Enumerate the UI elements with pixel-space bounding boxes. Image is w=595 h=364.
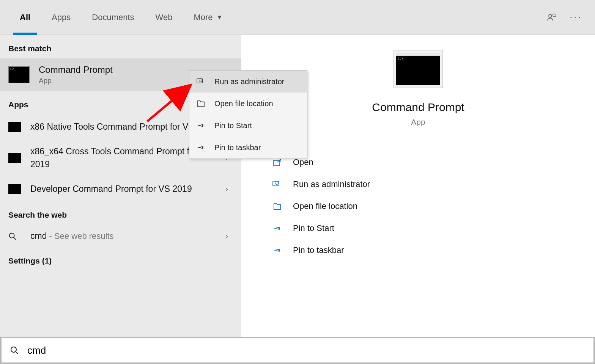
- action-open-file-location[interactable]: Open file location: [272, 195, 595, 217]
- action-pin-taskbar[interactable]: Pin to taskbar: [272, 239, 595, 261]
- ctx-label: Pin to taskbar: [214, 143, 261, 152]
- search-input[interactable]: [27, 345, 585, 356]
- command-prompt-icon: [8, 184, 21, 194]
- svg-point-7: [11, 347, 16, 352]
- svg-line-8: [16, 351, 18, 354]
- shield-icon: [272, 179, 283, 189]
- context-menu: Run as administrator Open file location …: [189, 70, 307, 159]
- ctx-open-file-location[interactable]: Open file location: [189, 93, 307, 115]
- svg-point-4: [9, 233, 14, 238]
- tab-apps[interactable]: Apps: [41, 0, 81, 35]
- feedback-icon[interactable]: [546, 13, 566, 22]
- tab-all[interactable]: All: [9, 0, 41, 35]
- action-label: Open file location: [293, 201, 357, 211]
- pin-icon: [196, 121, 206, 130]
- filter-tabs: All Apps Documents Web More ▼ ···: [0, 0, 595, 35]
- action-open[interactable]: Open: [272, 151, 595, 173]
- action-label: Pin to taskbar: [293, 245, 344, 255]
- action-label: Run as administrator: [293, 179, 370, 189]
- tab-more[interactable]: More ▼: [183, 0, 233, 35]
- web-hint: - See web results: [47, 231, 113, 241]
- tab-more-label: More: [194, 13, 212, 22]
- app-result-label: Developer Command Prompt for VS 2019: [30, 183, 216, 195]
- tab-web[interactable]: Web: [145, 0, 183, 35]
- search-bar: [0, 337, 595, 364]
- pin-icon: [272, 245, 283, 255]
- svg-line-5: [14, 237, 16, 240]
- tab-documents[interactable]: Documents: [81, 0, 145, 35]
- folder-icon: [272, 201, 283, 211]
- command-prompt-icon: [8, 66, 30, 83]
- chevron-right-icon: ›: [225, 184, 233, 194]
- command-prompt-icon: [394, 50, 443, 88]
- chevron-right-icon: ›: [225, 231, 233, 241]
- more-options-icon[interactable]: ···: [566, 11, 586, 23]
- ctx-run-as-admin[interactable]: Run as administrator: [189, 71, 307, 93]
- shield-icon: [196, 77, 206, 86]
- action-run-as-admin[interactable]: Run as administrator: [272, 173, 595, 195]
- app-result[interactable]: Developer Command Prompt for VS 2019 ›: [0, 177, 241, 201]
- detail-subtitle: App: [411, 118, 425, 127]
- section-settings: Settings (1): [0, 247, 241, 271]
- chevron-down-icon: ▼: [217, 14, 223, 21]
- pin-icon: [272, 223, 283, 233]
- search-icon: [8, 232, 21, 240]
- pin-icon: [196, 143, 206, 152]
- section-search-web: Search the web: [0, 201, 241, 225]
- action-pin-start[interactable]: Pin to Start: [272, 217, 595, 239]
- section-best-match: Best match: [0, 35, 241, 58]
- web-term: cmd: [30, 231, 47, 241]
- ctx-pin-start[interactable]: Pin to Start: [189, 115, 307, 136]
- best-match-subtitle: App: [39, 77, 113, 85]
- ctx-label: Open file location: [214, 99, 273, 108]
- ctx-label: Pin to Start: [214, 121, 252, 130]
- best-match-title: Command Prompt: [39, 64, 113, 75]
- folder-icon: [196, 99, 206, 108]
- app-result-label: x86_x64 Cross Tools Command Prompt for V…: [30, 145, 216, 171]
- web-result[interactable]: cmd - See web results ›: [0, 225, 241, 247]
- detail-title: Command Prompt: [372, 101, 464, 114]
- search-icon: [10, 346, 19, 355]
- command-prompt-icon: [8, 122, 21, 132]
- detail-actions: Open Run as administrator Open file loca…: [241, 142, 595, 261]
- action-label: Pin to Start: [293, 223, 334, 233]
- ctx-pin-taskbar[interactable]: Pin to taskbar: [189, 136, 307, 158]
- command-prompt-icon: [8, 153, 21, 163]
- ctx-label: Run as administrator: [214, 77, 285, 86]
